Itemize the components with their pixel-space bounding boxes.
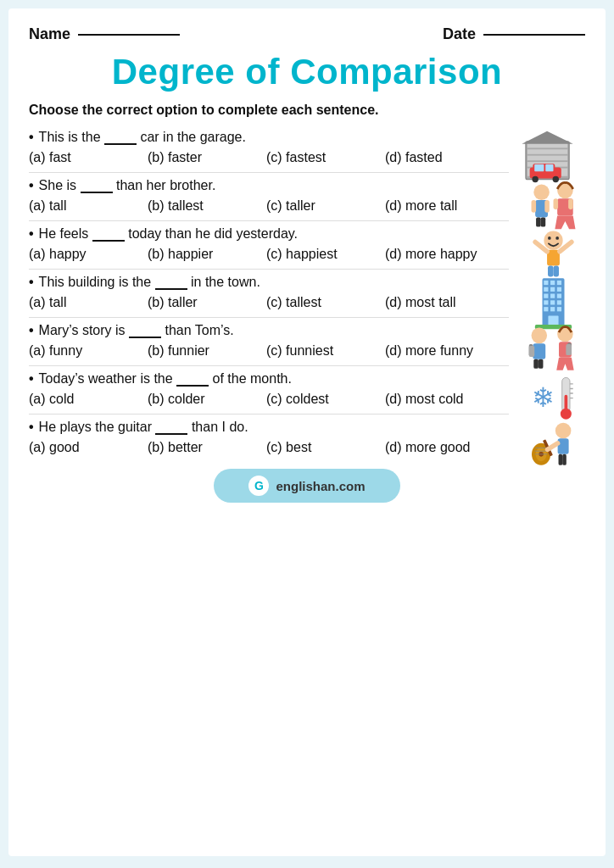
- option-5-a[interactable]: (a) funny: [29, 342, 148, 360]
- option-4-d[interactable]: (d) most tall: [385, 293, 504, 312]
- options-row-1: (a) fast(b) faster(c) fastest(d) fasted: [29, 148, 509, 167]
- illustration-cold: [522, 371, 585, 426]
- name-underline: [78, 34, 180, 36]
- option-3-d[interactable]: (d) more happy: [385, 245, 504, 264]
- date-underline: [483, 34, 585, 36]
- illustration-happy: [522, 226, 585, 281]
- option-7-a[interactable]: (a) good: [29, 438, 148, 457]
- option-2-d[interactable]: (d) more tall: [385, 197, 504, 215]
- option-1-c[interactable]: (c) fastest: [266, 148, 385, 167]
- option-4-a[interactable]: (a) tall: [29, 293, 148, 312]
- sentence-text-1: This is the car in the garage.: [39, 130, 246, 145]
- sentence-text-5: Mary’s story is than Tom’s.: [39, 323, 234, 338]
- illustration-garage: [522, 130, 585, 185]
- bullet-point: •: [29, 178, 34, 193]
- sentence-text-6: Today’s weather is the of the month.: [39, 371, 292, 387]
- illustration-friends: [522, 323, 585, 378]
- worksheet-page: Name Date Degree of Comparison Choose th…: [8, 8, 606, 856]
- questions-container: •This is the car in the garage.(a) fast(…: [29, 130, 585, 457]
- footer-branding: G englishan.com: [214, 469, 400, 503]
- sentence-text-2: She is than her brother.: [39, 178, 216, 193]
- name-field: Name: [29, 25, 180, 43]
- question-block-7: •He plays the guitar than I do.(a) good(…: [29, 420, 585, 457]
- option-2-a[interactable]: (a) tall: [29, 197, 148, 215]
- options-row-4: (a) tall(b) taller(c) tallest(d) most ta…: [29, 293, 509, 312]
- option-5-c[interactable]: (c) funniest: [266, 342, 385, 360]
- option-6-a[interactable]: (a) cold: [29, 390, 148, 409]
- sentence-row-6: •Today’s weather is the of the month.: [29, 371, 509, 387]
- question-block-2: •She is than her brother.(a) tall(b) tal…: [29, 178, 585, 221]
- section-divider: [29, 317, 509, 318]
- sentence-text-3: He feels today than he did yesterday.: [39, 226, 298, 242]
- option-3-a[interactable]: (a) happy: [29, 245, 148, 264]
- date-label: Date: [443, 25, 476, 42]
- options-row-2: (a) tall(b) tallest(c) taller(d) more ta…: [29, 197, 509, 215]
- option-6-c[interactable]: (c) coldest: [266, 390, 385, 409]
- sentence-text-7: He plays the guitar than I do.: [39, 420, 248, 435]
- option-5-b[interactable]: (b) funnier: [148, 342, 266, 360]
- section-divider: [29, 365, 509, 366]
- question-block-4: •This building is the in the town.(a) ta…: [29, 275, 585, 318]
- bullet-point: •: [29, 226, 34, 242]
- sentence-row-5: •Mary’s story is than Tom’s.: [29, 323, 509, 338]
- options-row-6: (a) cold(b) colder(c) coldest(d) most co…: [29, 390, 509, 409]
- illustration-siblings: [522, 178, 585, 233]
- option-3-c[interactable]: (c) happiest: [266, 245, 385, 264]
- sentence-row-4: •This building is the in the town.: [29, 275, 509, 290]
- illustration-guitar: [522, 420, 585, 475]
- section-divider: [29, 414, 509, 415]
- footer-site: englishan.com: [276, 479, 365, 493]
- name-label: Name: [29, 25, 70, 42]
- options-row-5: (a) funny(b) funnier(c) funniest(d) more…: [29, 342, 509, 360]
- section-divider: [29, 269, 509, 270]
- sentence-text-4: This building is the in the town.: [39, 275, 260, 290]
- question-block-3: •He feels today than he did yesterday.(a…: [29, 226, 585, 270]
- instruction-text: Choose the correct option to complete ea…: [29, 103, 585, 118]
- question-block-1: •This is the car in the garage.(a) fast(…: [29, 130, 585, 173]
- sentence-row-3: •He feels today than he did yesterday.: [29, 226, 509, 242]
- option-2-c[interactable]: (c) taller: [266, 197, 385, 215]
- option-4-c[interactable]: (c) tallest: [266, 293, 385, 312]
- sentence-row-7: •He plays the guitar than I do.: [29, 420, 509, 435]
- option-1-d[interactable]: (d) fasted: [385, 148, 504, 167]
- option-5-d[interactable]: (d) more funny: [385, 342, 504, 360]
- options-row-3: (a) happy(b) happier(c) happiest(d) more…: [29, 245, 509, 264]
- page-title: Degree of Comparison: [29, 52, 585, 92]
- option-6-b[interactable]: (b) colder: [148, 390, 266, 409]
- sentence-row-1: •This is the car in the garage.: [29, 130, 509, 145]
- illustration-building: [522, 275, 585, 330]
- question-block-5: •Mary’s story is than Tom’s.(a) funny(b)…: [29, 323, 585, 366]
- option-1-a[interactable]: (a) fast: [29, 148, 148, 167]
- bullet-point: •: [29, 323, 34, 338]
- sentence-row-2: •She is than her brother.: [29, 178, 509, 193]
- option-3-b[interactable]: (b) happier: [148, 245, 266, 264]
- question-block-6: •Today’s weather is the of the month.(a)…: [29, 371, 585, 415]
- option-7-b[interactable]: (b) better: [148, 438, 266, 457]
- bullet-point: •: [29, 275, 34, 290]
- footer-logo-icon: G: [248, 476, 269, 496]
- date-field: Date: [443, 25, 585, 43]
- options-row-7: (a) good(b) better(c) best(d) more good: [29, 438, 509, 457]
- option-2-b[interactable]: (b) tallest: [148, 197, 266, 215]
- bullet-point: •: [29, 420, 34, 435]
- header-row: Name Date: [29, 25, 585, 43]
- option-6-d[interactable]: (d) most cold: [385, 390, 504, 409]
- bullet-point: •: [29, 130, 34, 145]
- option-7-d[interactable]: (d) more good: [385, 438, 504, 457]
- option-4-b[interactable]: (b) taller: [148, 293, 266, 312]
- option-7-c[interactable]: (c) best: [266, 438, 385, 457]
- bullet-point: •: [29, 371, 34, 387]
- section-divider: [29, 172, 509, 173]
- option-1-b[interactable]: (b) faster: [148, 148, 266, 167]
- section-divider: [29, 220, 509, 221]
